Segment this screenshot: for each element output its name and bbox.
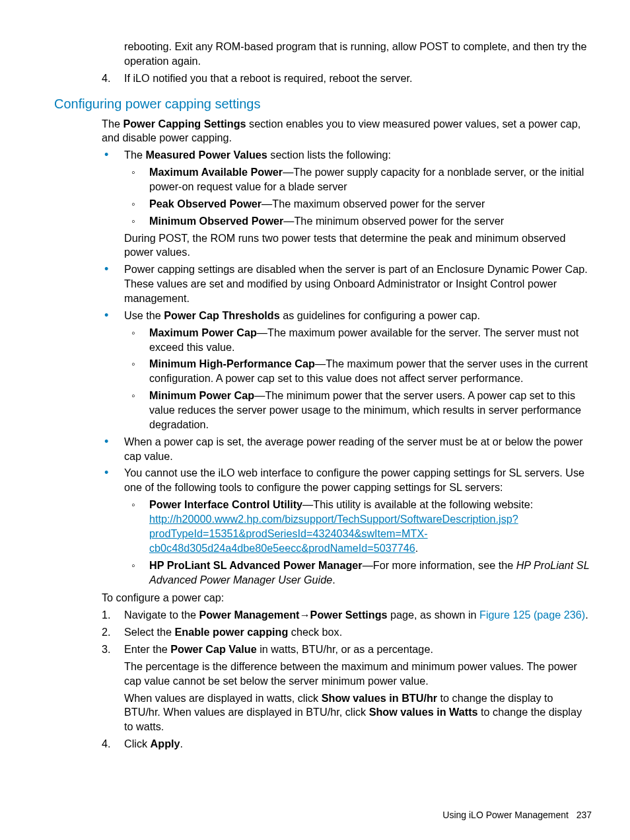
bullet-measured-power: The Measured Power Values section lists … bbox=[102, 148, 592, 260]
step-number: 2. bbox=[102, 625, 111, 640]
step3-para2: When values are displayed in watts, clic… bbox=[124, 691, 592, 735]
section-intro: The Power Capping Settings section enabl… bbox=[102, 117, 592, 146]
section-heading: Configuring power capping settings bbox=[54, 95, 592, 113]
step-3: 3. Enter the Power Cap Value in watts, B… bbox=[102, 642, 592, 734]
step-text: If iLO notified you that a reboot is req… bbox=[124, 72, 412, 84]
sl-tools-sublist: Power Interface Control Utility—This uti… bbox=[124, 498, 592, 587]
continuation-para: rebooting. Exit any ROM-based program th… bbox=[124, 40, 592, 69]
step-4: 4. Click Apply. bbox=[102, 737, 592, 751]
bullet-thresholds: Use the Power Cap Thresholds as guidelin… bbox=[102, 309, 592, 432]
sub-apm: HP ProLiant SL Advanced Power Manager—Fo… bbox=[124, 558, 592, 588]
sub-picu: Power Interface Control Utility—This uti… bbox=[124, 498, 592, 555]
bullet-tail: During POST, the ROM runs two power test… bbox=[124, 231, 592, 260]
sub-min-high-perf: Minimum High-Performance Cap—The maximum… bbox=[124, 357, 592, 386]
main-bullets: The Measured Power Values section lists … bbox=[102, 148, 592, 587]
measured-power-sublist: Maximum Available Power—The power supply… bbox=[124, 165, 592, 228]
step-number: 4. bbox=[102, 737, 111, 751]
sub-max-available: Maximum Available Power—The power supply… bbox=[124, 165, 592, 194]
step3-para1: The percentage is the difference between… bbox=[124, 660, 592, 689]
intro-steps-continued: 4. If iLO notified you that a reboot is … bbox=[102, 71, 592, 86]
sub-min-observed: Minimum Observed Power—The minimum obser… bbox=[124, 214, 592, 229]
step-number: 1. bbox=[102, 608, 111, 623]
sub-max-cap: Maximum Power Cap—The maximum power avai… bbox=[124, 326, 592, 355]
configure-steps: 1. Navigate to the Power Management→Powe… bbox=[102, 608, 592, 751]
sub-min-cap: Minimum Power Cap—The minimum power that… bbox=[124, 389, 592, 432]
picu-link[interactable]: http://h20000.www2.hp.com/bizsupport/Tec… bbox=[149, 513, 518, 554]
intro-step-4: 4. If iLO notified you that a reboot is … bbox=[102, 71, 592, 86]
step-number: 3. bbox=[102, 642, 111, 657]
page-number: 237 bbox=[577, 810, 592, 820]
bullet-sl-servers: You cannot use the iLO web interface to … bbox=[102, 466, 592, 587]
bullet-disabled-enclosure: Power capping settings are disabled when… bbox=[102, 262, 592, 306]
configure-intro: To configure a power cap: bbox=[102, 591, 592, 605]
step-1: 1. Navigate to the Power Management→Powe… bbox=[102, 608, 592, 623]
thresholds-sublist: Maximum Power Cap—The maximum power avai… bbox=[124, 326, 592, 432]
figure-link[interactable]: Figure 125 (page 236) bbox=[479, 609, 585, 621]
step-2: 2. Select the Enable power capping check… bbox=[102, 625, 592, 640]
bullet-average-reading: When a power cap is set, the average pow… bbox=[102, 435, 592, 464]
sub-peak-observed: Peak Observed Power—The maximum observed… bbox=[124, 197, 592, 211]
page-footer: Using iLO Power Management 237 bbox=[442, 809, 592, 821]
step-number: 4. bbox=[102, 71, 111, 86]
